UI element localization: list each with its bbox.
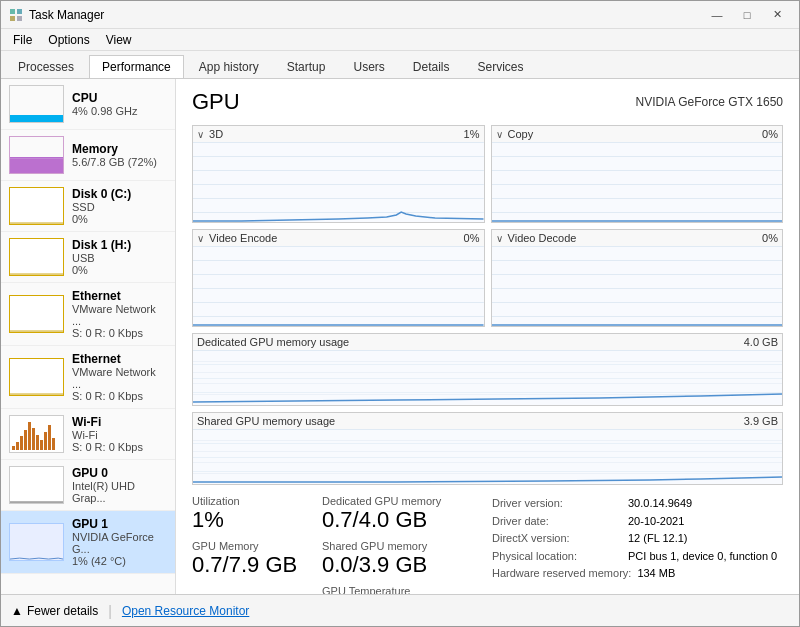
menu-options[interactable]: Options [40,31,97,49]
detail-panel: GPU NVIDIA GeForce GTX 1650 ∨ 3D 1% [176,79,799,594]
shared-block: Shared GPU memory 0.0/3.9 GB [322,540,482,577]
hardware-row: Hardware reserved memory: 134 MB [492,565,783,583]
wifi-sub: Wi-Fi [72,429,167,441]
eth0-info: Ethernet VMware Network ... S: 0 R: 0 Kb… [72,289,167,339]
directx-key: DirectX version: [492,530,622,548]
title-bar: Task Manager — □ ✕ [1,1,799,29]
svg-rect-6 [193,142,484,222]
driver-version-key: Driver version: [492,495,622,513]
gpu-mem-block: GPU Memory 0.7/7.9 GB [192,540,312,577]
cpu-thumbnail [9,85,64,123]
memory-title: Memory [72,142,167,156]
tab-performance[interactable]: Performance [89,55,184,78]
wifi-title: Wi-Fi [72,415,167,429]
separator: | [108,603,112,619]
wifi-info: Wi-Fi Wi-Fi S: 0 R: 0 Kbps [72,415,167,453]
sidebar-item-cpu[interactable]: CPU 4% 0.98 GHz [1,79,175,130]
eth1-thumbnail [9,358,64,396]
tabs-bar: Processes Performance App history Startu… [1,51,799,79]
hardware-val: 134 MB [637,565,675,583]
menu-file[interactable]: File [5,31,40,49]
dedicated-block: Dedicated GPU memory 0.7/4.0 GB [322,495,482,532]
eth0-title: Ethernet [72,289,167,303]
cpu-title: CPU [72,91,167,105]
physical-row: Physical location: PCI bus 1, device 0, … [492,548,783,566]
dedicated-mem-area [193,350,782,405]
disk0-info: Disk 0 (C:) SSD 0% [72,187,167,225]
cpu-sub: 4% 0.98 GHz [72,105,167,117]
chart-copy-label: ∨ Copy 0% [492,126,783,142]
menu-view[interactable]: View [98,31,140,49]
eth1-title: Ethernet [72,352,167,366]
sidebar: CPU 4% 0.98 GHz Memory 5.6/7.8 GB (72%) [1,79,176,594]
disk1-stat: 0% [72,264,167,276]
sidebar-item-memory[interactable]: Memory 5.6/7.8 GB (72%) [1,130,175,181]
tab-apphistory[interactable]: App history [186,55,272,78]
memory-info: Memory 5.6/7.8 GB (72%) [72,142,167,168]
eth0-thumbnail [9,295,64,333]
hardware-key: Hardware reserved memory: [492,565,631,583]
gpu0-title: GPU 0 [72,466,167,480]
svg-rect-0 [10,9,15,14]
memory-thumbnail [9,136,64,174]
detail-title: GPU [192,89,240,115]
stats-middle: Dedicated GPU memory 0.7/4.0 GB Shared G… [322,495,482,594]
close-button[interactable]: ✕ [763,5,791,25]
shared-mem-area [193,429,782,484]
detail-header: GPU NVIDIA GeForce GTX 1650 [192,89,783,115]
disk0-stat: 0% [72,213,167,225]
tab-users[interactable]: Users [340,55,397,78]
utilization-block: Utilization 1% [192,495,312,532]
gpu-mem-value: 0.7/7.9 GB [192,553,312,577]
shared-value: 0.0/3.9 GB [322,553,482,577]
utilization-value: 1% [192,508,312,532]
directx-val: 12 (FL 12.1) [628,530,688,548]
menu-bar: File Options View [1,29,799,51]
tab-services[interactable]: Services [465,55,537,78]
disk1-info: Disk 1 (H:) USB 0% [72,238,167,276]
stats-row: Utilization 1% GPU Memory 0.7/7.9 GB Ded… [192,495,783,594]
tab-startup[interactable]: Startup [274,55,339,78]
dedicated-value: 0.7/4.0 GB [322,508,482,532]
minimize-button[interactable]: — [703,5,731,25]
sidebar-item-disk1[interactable]: Disk 1 (H:) USB 0% [1,232,175,283]
svg-rect-7 [492,142,783,222]
chart-3d: ∨ 3D 1% [192,125,485,223]
tab-processes[interactable]: Processes [5,55,87,78]
sidebar-item-gpu0[interactable]: GPU 0 Intel(R) UHD Grap... [1,460,175,511]
disk0-title: Disk 0 (C:) [72,187,167,201]
open-resource-monitor-link[interactable]: Open Resource Monitor [122,604,249,618]
directx-row: DirectX version: 12 (FL 12.1) [492,530,783,548]
sidebar-item-gpu1[interactable]: GPU 1 NVIDIA GeForce G... 1% (42 °C) [1,511,175,574]
gpu1-info: GPU 1 NVIDIA GeForce G... 1% (42 °C) [72,517,167,567]
charts-grid-top: ∨ 3D 1% [192,125,783,327]
gpu1-title: GPU 1 [72,517,167,531]
driver-date-row: Driver date: 20-10-2021 [492,513,783,531]
svg-rect-9 [492,246,783,326]
tab-details[interactable]: Details [400,55,463,78]
maximize-button[interactable]: □ [733,5,761,25]
sidebar-item-wifi[interactable]: Wi-Fi Wi-Fi S: 0 R: 0 Kbps [1,409,175,460]
disk0-sub: SSD [72,201,167,213]
chart-video-encode: ∨ Video Encode 0% [192,229,485,327]
disk1-thumbnail [9,238,64,276]
dedicated-label: Dedicated GPU memory [322,495,482,507]
gpu1-thumbnail [9,523,64,561]
sidebar-item-eth1[interactable]: Ethernet VMware Network ... S: 0 R: 0 Kb… [1,346,175,409]
eth0-stat: S: 0 R: 0 Kbps [72,327,167,339]
fewer-details-button[interactable]: ▲ Fewer details [11,604,98,618]
cpu-info: CPU 4% 0.98 GHz [72,91,167,117]
gpu1-stat: 1% (42 °C) [72,555,167,567]
wifi-stat: S: 0 R: 0 Kbps [72,441,167,453]
memory-sub: 5.6/7.8 GB (72%) [72,156,167,168]
detail-subtitle: NVIDIA GeForce GTX 1650 [636,89,783,109]
app-icon [9,8,23,22]
sidebar-item-eth0[interactable]: Ethernet VMware Network ... S: 0 R: 0 Kb… [1,283,175,346]
svg-rect-12 [193,429,782,484]
gpu0-sub: Intel(R) UHD Grap... [72,480,167,504]
eth1-stat: S: 0 R: 0 Kbps [72,390,167,402]
chart-shared-memory: Shared GPU memory usage 3.9 GB [192,412,783,485]
physical-val: PCI bus 1, device 0, function 0 [628,548,777,566]
sidebar-item-disk0[interactable]: Disk 0 (C:) SSD 0% [1,181,175,232]
eth1-info: Ethernet VMware Network ... S: 0 R: 0 Kb… [72,352,167,402]
